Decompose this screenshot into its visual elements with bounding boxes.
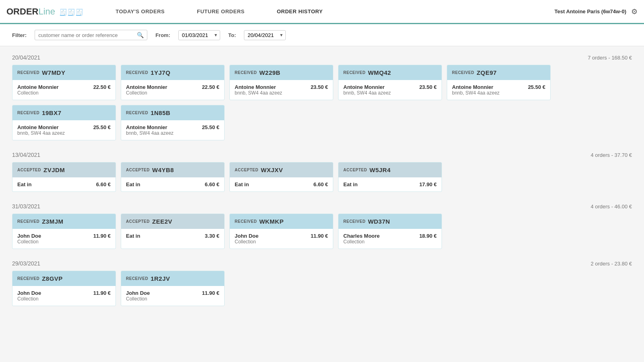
customer-detail: bnnb, SW4 4aa azeez (17, 130, 65, 136)
order-card[interactable]: ACCEPTEDZVJDMEat in6.60 € (12, 162, 116, 192)
order-card-header: ACCEPTEDZVJDM (12, 162, 116, 177)
order-ref: 1YJ7Q (151, 69, 170, 76)
order-ref: 19BX7 (42, 109, 61, 116)
order-customer: Antoine MonnierCollection (126, 84, 167, 96)
order-card-body: John DoeCollection11.90 € (12, 286, 116, 306)
order-customer: Charles MooreCollection (343, 233, 380, 245)
date-heading: 13/04/2021 (12, 152, 40, 158)
order-status: RECEIVED (17, 111, 39, 115)
customer-name: Charles Moore (343, 233, 380, 239)
orders-summary: 2 orders - 23.80 € (590, 261, 632, 267)
order-status: RECEIVED (235, 219, 257, 224)
customer-detail: Collection (17, 90, 59, 96)
logo-line: Line (38, 6, 55, 16)
date-row: 13/04/20214 orders - 37.70 € (12, 152, 632, 158)
order-status: ACCEPTED (343, 168, 367, 172)
order-card-body: Eat in17.90 € (339, 177, 442, 191)
filter-bar: Filter: 🔍 From: 01/03/2021 To: 20/04/202… (0, 24, 644, 46)
order-ref: 1R2JV (151, 275, 170, 282)
filter-input[interactable] (38, 32, 137, 38)
order-card-body: Antoine Monnierbnnb, SW4 4aa azeez23.50 … (339, 80, 442, 100)
order-ref: WKMKP (259, 218, 284, 225)
order-customer: Antoine Monnierbnnb, SW4 4aa azeez (17, 124, 65, 136)
order-card[interactable]: RECEIVEDW229BAntoine Monnierbnnb, SW4 4a… (229, 65, 333, 100)
order-ref: ZQE97 (477, 69, 497, 76)
order-card-header: ACCEPTEDW5JR4 (339, 162, 442, 177)
order-card-body: Antoine MonnierCollection22.50 € (12, 80, 116, 100)
customer-name: John Doe (17, 233, 41, 239)
date-group: 20/04/20217 orders - 168.50 €RECEIVEDW7M… (12, 54, 632, 140)
order-price: 22.50 € (202, 84, 219, 90)
gear-icon[interactable]: ⚙ (631, 7, 638, 16)
customer-name: Antoine Monnier (126, 84, 167, 90)
order-card[interactable]: ACCEPTEDW5JR4Eat in17.90 € (338, 162, 442, 192)
order-card-body: Antoine Monnierbnnb, SW4 4aa azeez25.50 … (447, 80, 550, 100)
order-price: 11.90 € (93, 290, 111, 296)
order-price: 6.60 € (314, 181, 328, 187)
filter-input-wrap: 🔍 (35, 30, 147, 40)
order-price: 11.90 € (202, 290, 219, 296)
order-ref: ZVJDM (43, 167, 65, 173)
order-card[interactable]: RECEIVEDWD37NCharles MooreCollection18.9… (338, 214, 442, 249)
header-user: Test Antoine Paris (6w74w-0) (555, 8, 626, 14)
order-card-header: ACCEPTEDW4YB8 (121, 162, 224, 177)
order-status: RECEIVED (17, 70, 39, 75)
from-date-select[interactable]: 01/03/2021 (178, 30, 220, 40)
order-card-header: RECEIVEDWMQ42 (339, 65, 442, 80)
to-date-select[interactable]: 20/04/2021 (244, 30, 286, 40)
order-ref: W4YB8 (152, 167, 174, 173)
order-card[interactable]: RECEIVEDZ8GVPJohn DoeCollection11.90 € (12, 271, 116, 306)
header-right: Test Antoine Paris (6w74w-0) ⚙ (555, 7, 638, 16)
order-card[interactable]: RECEIVED1N85BAntoine Monnierbnnb, SW4 4a… (121, 105, 225, 140)
order-status: RECEIVED (452, 70, 474, 75)
order-customer: John DoeCollection (17, 290, 41, 302)
order-card[interactable]: ACCEPTEDZEE2VEat in3.30 € (121, 214, 225, 249)
date-heading: 29/03/2021 (12, 260, 40, 267)
order-card[interactable]: ACCEPTEDWXJXVEat in6.60 € (229, 162, 333, 192)
order-card[interactable]: ACCEPTEDW4YB8Eat in6.60 € (121, 162, 225, 192)
order-card-header: ACCEPTEDWXJXV (230, 162, 333, 177)
customer-detail: Collection (17, 239, 41, 245)
order-card[interactable]: RECEIVEDWKMKPJohn DoeCollection11.90 € (229, 214, 333, 249)
order-ref: 1N85B (151, 109, 170, 116)
order-status: RECEIVED (343, 219, 365, 224)
order-customer: Eat in (235, 181, 249, 187)
order-customer: Eat in (343, 181, 357, 187)
order-price: 6.60 € (96, 181, 111, 187)
order-price: 3.30 € (205, 233, 219, 239)
search-icon[interactable]: 🔍 (137, 32, 144, 38)
order-card[interactable]: RECEIVEDWMQ42Antoine Monnierbnnb, SW4 4a… (338, 65, 442, 100)
order-card-body: Antoine Monnierbnnb, SW4 4aa azeez25.50 … (121, 120, 224, 140)
order-ref: W229B (259, 69, 281, 76)
order-price: 25.50 € (202, 124, 219, 130)
order-card-header: RECEIVEDZ3MJM (12, 214, 116, 229)
orders-summary: 7 orders - 168.50 € (588, 55, 632, 61)
customer-detail: bnnb, SW4 4aa azeez (452, 90, 500, 96)
order-price: 25.50 € (93, 124, 111, 130)
order-card[interactable]: RECEIVED19BX7Antoine Monnierbnnb, SW4 4a… (12, 105, 116, 140)
date-heading: 31/03/2021 (12, 203, 40, 210)
order-card-header: RECEIVEDZQE97 (447, 65, 550, 80)
order-card[interactable]: RECEIVED1YJ7QAntoine MonnierCollection22… (121, 65, 225, 100)
nav-tab-future[interactable]: FUTURE ORDERS (181, 0, 260, 24)
customer-name: Antoine Monnier (452, 84, 500, 90)
order-price: 23.50 € (311, 84, 328, 90)
orders-summary: 4 orders - 37.70 € (590, 152, 632, 158)
order-card[interactable]: RECEIVEDW7MDYAntoine MonnierCollection22… (12, 65, 116, 100)
customer-detail: Collection (235, 239, 258, 245)
nav-tab-today[interactable]: TODAY'S ORDERS (99, 0, 181, 24)
order-card[interactable]: RECEIVEDZ3MJMJohn DoeCollection11.90 € (12, 214, 116, 249)
order-status: RECEIVED (126, 70, 148, 75)
order-ref: WD37N (368, 218, 390, 225)
order-status: RECEIVED (235, 70, 257, 75)
order-card[interactable]: RECEIVED1R2JVJohn DoeCollection11.90 € (121, 271, 225, 306)
customer-name: Antoine Monnier (17, 84, 59, 90)
logo: ORDERLine 🧾🧾🧾 (6, 6, 83, 17)
order-card[interactable]: RECEIVEDZQE97Antoine Monnierbnnb, SW4 4a… (447, 65, 551, 100)
nav-tab-history[interactable]: ORDER HISTORY (261, 0, 339, 24)
order-customer: Eat in (126, 181, 140, 187)
order-status: RECEIVED (17, 219, 39, 224)
order-card-body: Antoine Monnierbnnb, SW4 4aa azeez25.50 … (12, 120, 116, 140)
order-card-body: Eat in6.60 € (121, 177, 224, 191)
nav-tabs: TODAY'S ORDERSFUTURE ORDERSORDER HISTORY (99, 0, 554, 23)
